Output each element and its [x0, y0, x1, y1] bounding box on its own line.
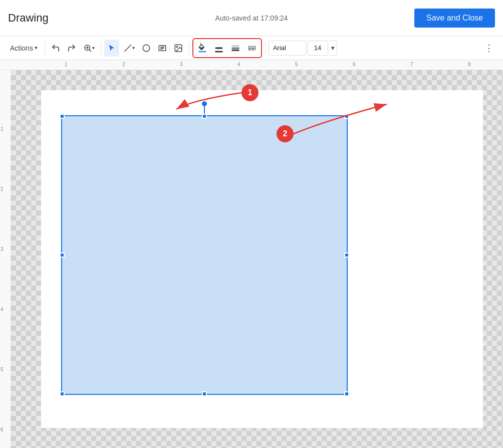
line-icon [123, 44, 132, 53]
more-options-button[interactable]: ⋮ [481, 40, 497, 56]
font-size-input[interactable] [307, 41, 328, 56]
handle-top-center[interactable] [202, 114, 207, 119]
vertical-ruler: 123456 [0, 70, 11, 448]
ruler-tick-h-5: 5 [295, 62, 298, 67]
canvas-area: 123456 1 [0, 70, 503, 448]
image-icon [174, 44, 183, 53]
toolbar: Actions ▾ ▾ [0, 36, 503, 60]
ruler-tick-h-1: 1 [65, 62, 68, 67]
line-weight-button[interactable] [227, 40, 243, 57]
line-color-button[interactable] [211, 40, 227, 57]
textbox-tool-button[interactable] [155, 40, 170, 57]
more-options-icon: ⋮ [484, 43, 493, 54]
fill-color-button[interactable] [194, 40, 210, 57]
line-tool-button[interactable]: ▾ [120, 40, 138, 57]
actions-menu-button[interactable]: Actions ▾ [6, 40, 42, 57]
line-dash-button[interactable] [244, 40, 260, 57]
horizontal-ruler: 12345678 [0, 60, 503, 70]
divider-3 [189, 42, 189, 54]
divider-4 [265, 42, 266, 54]
ruler-tick-v-1: 1 [1, 126, 4, 132]
app-title: Drawing [8, 12, 49, 25]
ruler-tick-v-5: 5 [1, 367, 4, 372]
annotation-2: 2 [277, 125, 294, 142]
svg-rect-13 [198, 51, 206, 52]
ruler-tick-h-4: 4 [237, 62, 240, 67]
font-size-dropdown-button[interactable]: ▾ [329, 41, 337, 56]
handle-bottom-right[interactable] [344, 391, 349, 396]
shape-icon [142, 44, 151, 53]
ruler-ticks: 12345678 [11, 60, 503, 70]
handle-bottom-left[interactable] [60, 391, 65, 396]
handle-top-right[interactable] [344, 114, 349, 119]
svg-line-1 [89, 50, 91, 51]
ruler-tick-v-3: 3 [1, 247, 4, 252]
annotation-2-label: 2 [283, 129, 288, 138]
handle-top-left[interactable] [60, 114, 65, 119]
divider-2 [101, 42, 101, 54]
selected-shape[interactable] [61, 115, 348, 395]
svg-rect-15 [215, 51, 222, 52]
undo-button[interactable] [48, 40, 63, 57]
redo-button[interactable] [64, 40, 79, 57]
annotation-1: 1 [241, 84, 259, 101]
svg-point-6 [143, 45, 150, 52]
annotation-1-label: 1 [248, 88, 253, 97]
font-size-chevron-icon: ▾ [331, 44, 335, 52]
text-formatting-group [192, 38, 262, 58]
header: Drawing Auto-saved at 17:09:24 Save and … [0, 0, 503, 36]
ruler-tick-h-8: 8 [468, 62, 471, 67]
handle-bottom-center[interactable] [202, 391, 207, 396]
textbox-icon [158, 44, 167, 53]
zoom-icon [83, 44, 92, 53]
rotation-handle[interactable] [202, 101, 207, 106]
ruler-tick-h-6: 6 [353, 62, 356, 67]
zoom-button[interactable]: ▾ [80, 40, 98, 57]
fill-color-icon [197, 43, 207, 53]
ruler-tick-h-7: 7 [410, 62, 413, 67]
image-tool-button[interactable] [171, 40, 186, 57]
save-close-button[interactable]: Save and Close [414, 9, 495, 28]
svg-point-12 [176, 46, 177, 47]
font-name-input[interactable] [269, 41, 306, 56]
handle-middle-right[interactable] [344, 253, 349, 258]
line-chevron-icon: ▾ [132, 45, 135, 51]
redo-icon [67, 44, 76, 53]
ruler-tick-v-4: 4 [1, 307, 4, 312]
svg-line-5 [124, 45, 131, 52]
canvas-white [41, 90, 483, 428]
ruler-tick-h-3: 3 [180, 62, 183, 67]
select-icon [107, 44, 116, 53]
svg-rect-14 [215, 47, 222, 49]
select-tool-button[interactable] [104, 40, 119, 57]
ruler-tick-h-2: 2 [122, 62, 125, 67]
ruler-tick-v-6: 6 [1, 427, 4, 432]
svg-marker-4 [109, 45, 115, 51]
shape-tool-button[interactable] [139, 40, 154, 57]
actions-chevron-icon: ▾ [35, 45, 38, 51]
divider-1 [45, 42, 45, 54]
ruler-tick-v-2: 2 [1, 186, 4, 192]
undo-icon [51, 44, 60, 53]
handle-middle-left[interactable] [60, 253, 65, 258]
line-weight-icon [230, 43, 240, 53]
actions-label: Actions [10, 44, 33, 52]
canvas-background[interactable]: 1 2 [11, 70, 503, 448]
line-dash-icon [247, 43, 257, 53]
zoom-chevron-icon: ▾ [92, 45, 95, 51]
autosave-status: Auto-saved at 17:09:24 [215, 14, 288, 22]
line-color-icon [214, 43, 224, 53]
